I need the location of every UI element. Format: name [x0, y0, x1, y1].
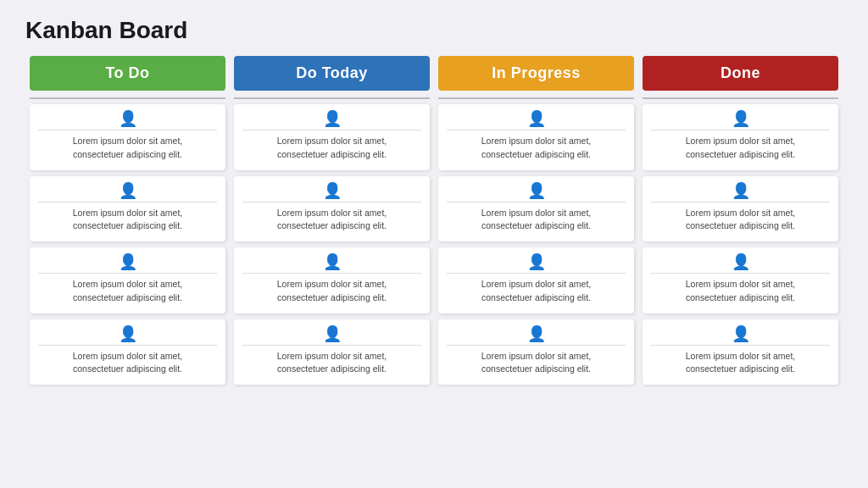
card-progress-2[interactable]: 👤Lorem ipsum dolor sit amet, consectetue…: [438, 247, 634, 313]
card-divider: [38, 202, 217, 202]
column-header-progress: In Progress: [438, 56, 634, 91]
card-divider: [242, 130, 421, 130]
card-text: Lorem ipsum dolor sit amet, consectetuer…: [651, 207, 830, 234]
person-icon: 👤: [732, 111, 750, 126]
column-divider-progress: [438, 97, 634, 99]
page-title: Kanban Board: [25, 17, 843, 44]
column-header-todo: To Do: [30, 56, 225, 91]
person-icon: 👤: [527, 183, 546, 198]
card-text: Lorem ipsum dolor sit amet, consectetuer…: [242, 135, 421, 162]
person-icon: 👤: [732, 326, 750, 341]
column-today: Do Today👤Lorem ipsum dolor sit amet, con…: [230, 56, 434, 385]
card-text: Lorem ipsum dolor sit amet, consectetuer…: [242, 350, 421, 377]
column-header-done: Done: [643, 56, 838, 91]
card-done-3[interactable]: 👤Lorem ipsum dolor sit amet, consectetue…: [643, 319, 838, 385]
person-icon: 👤: [527, 254, 546, 269]
card-text: Lorem ipsum dolor sit amet, consectetuer…: [242, 278, 421, 305]
card-text: Lorem ipsum dolor sit amet, consectetuer…: [38, 207, 217, 234]
card-divider: [38, 130, 217, 130]
card-text: Lorem ipsum dolor sit amet, consectetuer…: [651, 350, 830, 377]
card-text: Lorem ipsum dolor sit amet, consectetuer…: [38, 278, 217, 305]
card-done-0[interactable]: 👤Lorem ipsum dolor sit amet, consectetue…: [643, 104, 838, 170]
card-divider: [651, 345, 830, 346]
card-divider: [447, 345, 626, 346]
cards-area-done: 👤Lorem ipsum dolor sit amet, consectetue…: [643, 104, 838, 385]
card-divider: [447, 202, 626, 202]
card-divider: [242, 345, 421, 346]
card-todo-3[interactable]: 👤Lorem ipsum dolor sit amet, consectetue…: [30, 319, 225, 385]
card-progress-0[interactable]: 👤Lorem ipsum dolor sit amet, consectetue…: [438, 104, 634, 170]
person-icon: 👤: [732, 183, 750, 198]
column-divider-done: [643, 97, 838, 99]
cards-area-today: 👤Lorem ipsum dolor sit amet, consectetue…: [234, 104, 430, 385]
card-today-1[interactable]: 👤Lorem ipsum dolor sit amet, consectetue…: [234, 176, 430, 242]
person-icon: 👤: [119, 111, 137, 126]
person-icon: 👤: [732, 254, 750, 269]
person-icon: 👤: [323, 326, 342, 341]
card-progress-1[interactable]: 👤Lorem ipsum dolor sit amet, consectetue…: [438, 176, 634, 242]
column-done: Done👤Lorem ipsum dolor sit amet, consect…: [638, 56, 843, 385]
person-icon: 👤: [323, 111, 342, 126]
card-done-2[interactable]: 👤Lorem ipsum dolor sit amet, consectetue…: [643, 247, 838, 313]
card-divider: [447, 130, 626, 130]
cards-area-progress: 👤Lorem ipsum dolor sit amet, consectetue…: [438, 104, 634, 385]
person-icon: 👤: [119, 183, 137, 198]
card-today-0[interactable]: 👤Lorem ipsum dolor sit amet, consectetue…: [234, 104, 430, 170]
card-divider: [38, 273, 217, 274]
column-progress: In Progress👤Lorem ipsum dolor sit amet, …: [434, 56, 638, 385]
card-divider: [651, 130, 830, 130]
person-icon: 👤: [323, 254, 342, 269]
person-icon: 👤: [323, 183, 342, 198]
card-text: Lorem ipsum dolor sit amet, consectetuer…: [447, 207, 626, 234]
card-divider: [651, 202, 830, 202]
card-text: Lorem ipsum dolor sit amet, consectetuer…: [447, 278, 626, 305]
column-todo: To Do👤Lorem ipsum dolor sit amet, consec…: [25, 56, 230, 385]
card-divider: [38, 345, 217, 346]
card-today-3[interactable]: 👤Lorem ipsum dolor sit amet, consectetue…: [234, 319, 430, 385]
page: Kanban Board To Do👤Lorem ipsum dolor sit…: [0, 0, 868, 488]
card-today-2[interactable]: 👤Lorem ipsum dolor sit amet, consectetue…: [234, 247, 430, 313]
cards-area-todo: 👤Lorem ipsum dolor sit amet, consectetue…: [30, 104, 225, 385]
card-text: Lorem ipsum dolor sit amet, consectetuer…: [38, 135, 217, 162]
card-divider: [242, 273, 421, 274]
column-divider-today: [234, 97, 430, 99]
card-text: Lorem ipsum dolor sit amet, consectetuer…: [651, 135, 830, 162]
person-icon: 👤: [527, 111, 546, 126]
card-text: Lorem ipsum dolor sit amet, consectetuer…: [651, 278, 830, 305]
card-todo-0[interactable]: 👤Lorem ipsum dolor sit amet, consectetue…: [30, 104, 225, 170]
person-icon: 👤: [119, 254, 137, 269]
column-header-today: Do Today: [234, 56, 430, 91]
card-done-1[interactable]: 👤Lorem ipsum dolor sit amet, consectetue…: [643, 176, 838, 242]
card-todo-2[interactable]: 👤Lorem ipsum dolor sit amet, consectetue…: [30, 247, 225, 313]
card-divider: [447, 273, 626, 274]
card-text: Lorem ipsum dolor sit amet, consectetuer…: [242, 207, 421, 234]
card-text: Lorem ipsum dolor sit amet, consectetuer…: [38, 350, 217, 377]
card-divider: [242, 202, 421, 202]
card-todo-1[interactable]: 👤Lorem ipsum dolor sit amet, consectetue…: [30, 176, 225, 242]
card-divider: [651, 273, 830, 274]
kanban-board: To Do👤Lorem ipsum dolor sit amet, consec…: [25, 56, 843, 385]
person-icon: 👤: [119, 326, 137, 341]
card-text: Lorem ipsum dolor sit amet, consectetuer…: [447, 350, 626, 377]
person-icon: 👤: [527, 326, 546, 341]
card-text: Lorem ipsum dolor sit amet, consectetuer…: [447, 135, 626, 162]
column-divider-todo: [30, 97, 225, 99]
card-progress-3[interactable]: 👤Lorem ipsum dolor sit amet, consectetue…: [438, 319, 634, 385]
